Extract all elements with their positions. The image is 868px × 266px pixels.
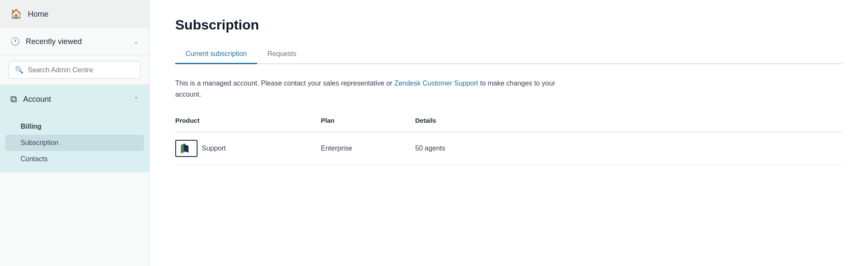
product-cell: Support: [175, 140, 321, 157]
building-icon: ⧉: [10, 94, 17, 105]
sidebar-item-subscription[interactable]: Subscription: [5, 135, 144, 151]
info-text-before: This is a managed account. Please contac…: [175, 80, 394, 87]
col-header-plan: Plan: [321, 117, 415, 127]
contacts-label: Contacts: [21, 155, 48, 163]
home-label: Home: [28, 10, 48, 19]
sidebar-item-recently-viewed[interactable]: 🕐 Recently viewed ⌄: [0, 28, 149, 55]
chevron-down-icon: ⌄: [134, 38, 139, 45]
chevron-up-icon: ⌃: [134, 96, 139, 103]
col-header-product: Product: [175, 117, 321, 127]
sidebar-item-account[interactable]: ⧉ Account ⌃: [0, 85, 149, 113]
product-name: Support: [202, 145, 226, 152]
home-icon: 🏠: [10, 9, 22, 20]
info-text: This is a managed account. Please contac…: [175, 78, 561, 100]
page-title: Subscription: [175, 17, 842, 33]
search-icon: 🔍: [15, 66, 24, 74]
search-input[interactable]: [28, 66, 134, 74]
support-logo-svg: [179, 142, 194, 154]
billing-group: Billing Subscription Contacts: [0, 113, 149, 172]
table-row: Support Enterprise 50 agents: [175, 132, 842, 165]
sidebar-item-home[interactable]: 🏠 Home: [0, 0, 149, 28]
plan-cell: Enterprise: [321, 145, 415, 152]
clock-icon: 🕐: [10, 37, 20, 46]
main-content: Subscription Current subscription Reques…: [150, 0, 868, 266]
tab-requests[interactable]: Requests: [257, 45, 307, 64]
sidebar-item-contacts[interactable]: Contacts: [0, 151, 149, 167]
table-header: Product Plan Details: [175, 117, 842, 132]
subscription-label: Subscription: [21, 139, 58, 146]
col-header-details: Details: [415, 117, 842, 127]
zendesk-support-link[interactable]: Zendesk Customer Support: [394, 80, 478, 87]
recently-viewed-label: Recently viewed: [26, 37, 128, 46]
sidebar: 🏠 Home 🕐 Recently viewed ⌄ 🔍 ⧉ Account ⌃…: [0, 0, 150, 266]
account-section: ⧉ Account ⌃ Billing Subscription Contact…: [0, 85, 149, 172]
subscription-table: Product Plan Details Support Enterprise: [175, 117, 842, 165]
search-section: 🔍: [0, 55, 149, 85]
details-cell: 50 agents: [415, 145, 842, 152]
tabs: Current subscription Requests: [175, 45, 842, 64]
billing-group-title: Billing: [0, 118, 149, 135]
product-logo: [175, 140, 198, 157]
search-box[interactable]: 🔍: [9, 61, 141, 79]
account-label: Account: [23, 95, 128, 104]
tab-current-subscription[interactable]: Current subscription: [175, 45, 257, 64]
